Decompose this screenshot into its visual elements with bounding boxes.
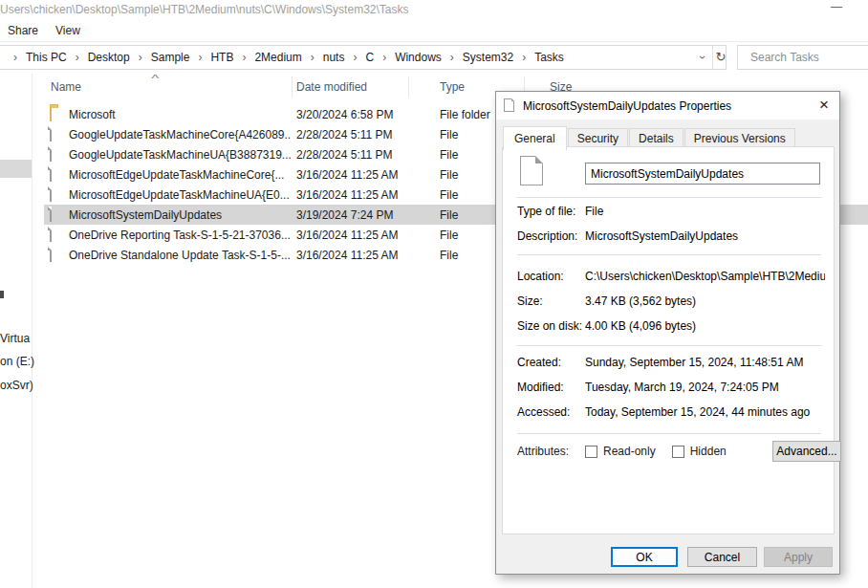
breadcrumb-chevron-icon: ›	[311, 51, 315, 64]
breadcrumb-chevron-icon: ›	[242, 51, 246, 64]
breadcrumb-item[interactable]: Desktop	[88, 51, 130, 64]
column-divider[interactable]	[292, 76, 293, 98]
property-value: Today, September 15, 2024, 44 minutes ag…	[585, 406, 825, 419]
file-icon	[504, 98, 514, 112]
column-header-name[interactable]: Name	[51, 80, 81, 94]
property-row: Location:C:\Users\chicken\Desktop\Sample…	[517, 271, 825, 283]
file-name: GoogleUpdateTaskMachineCore{A426089...	[69, 128, 291, 142]
file-icon	[50, 207, 65, 223]
sort-ascending-icon[interactable]: ^	[151, 74, 159, 84]
dialog-buttons: OK Cancel Apply	[496, 547, 841, 568]
attributes-row: Attributes: Read-only Hidden Advanced...	[517, 446, 825, 458]
file-type: File folder	[440, 108, 490, 121]
file-date-modified: 3/16/2024 11:25 AM	[296, 249, 399, 262]
cancel-button[interactable]: Cancel	[687, 547, 757, 567]
breadcrumb-item[interactable]: nuts	[323, 51, 345, 64]
divider	[517, 345, 821, 346]
address-separator	[712, 46, 713, 69]
sidebar-item-fragment	[0, 291, 4, 298]
breadcrumb-item[interactable]: Sample	[151, 51, 190, 64]
property-value: File	[585, 206, 825, 218]
address-bar[interactable]: ›This PC›Desktop›Sample›HTB›2Medium›nuts…	[0, 45, 727, 70]
hidden-checkbox[interactable]	[672, 446, 684, 458]
folder-icon	[50, 107, 65, 122]
property-row: Created:Sunday, September 15, 2024, 11:4…	[517, 357, 825, 369]
file-icon	[50, 228, 65, 243]
property-label: Type of file:	[517, 206, 585, 218]
file-icon	[50, 127, 65, 142]
breadcrumb-item[interactable]: Tasks	[534, 51, 564, 64]
hidden-label: Hidden	[690, 446, 727, 458]
property-label: Created:	[517, 357, 585, 369]
breadcrumb-item[interactable]: Windows	[395, 51, 442, 64]
property-label: Modified:	[517, 381, 585, 394]
read-only-label: Read-only	[603, 446, 656, 458]
file-icon	[50, 248, 65, 263]
breadcrumb-chevron-icon: ›	[382, 51, 386, 64]
search-input[interactable]	[737, 45, 868, 70]
file-name: MicrosoftEdgeUpdateTaskMachineCore{...	[69, 168, 291, 182]
column-divider[interactable]	[408, 76, 409, 98]
tab-general[interactable]: General	[503, 126, 567, 150]
sidebar-selected-item[interactable]	[0, 160, 32, 178]
sidebar-item-fragment[interactable]: oxSvr)	[0, 379, 33, 392]
file-type: File	[440, 148, 458, 162]
ok-button[interactable]: OK	[611, 547, 678, 567]
file-date-modified: 3/19/2024 7:24 PM	[296, 208, 393, 222]
sidebar-item-fragment[interactable]: on (E:)	[0, 355, 34, 368]
window-titlebar: Users\chicken\Desktop\Sample\HTB\2Medium…	[0, 0, 868, 19]
breadcrumb-item[interactable]: C	[365, 51, 374, 64]
file-type: File	[440, 229, 458, 242]
file-type: File	[440, 208, 458, 222]
breadcrumb-chevron-icon: ›	[13, 51, 17, 64]
property-row: Accessed:Today, September 15, 2024, 44 m…	[517, 406, 825, 419]
dialog-title: MicrosoftSystemDailyUpdates Properties	[523, 99, 731, 113]
breadcrumb-item[interactable]: 2Medium	[254, 51, 301, 64]
breadcrumb-chevron-icon: ›	[522, 51, 526, 64]
file-type: File	[440, 249, 458, 262]
advanced-button[interactable]: Advanced...	[772, 441, 841, 462]
column-header-type[interactable]: Type	[440, 80, 465, 94]
breadcrumb-item[interactable]: This PC	[26, 51, 67, 64]
file-type: File	[440, 188, 458, 202]
divider	[517, 197, 821, 198]
attributes-label: Attributes:	[517, 446, 585, 458]
sidebar-item-fragment[interactable]: Virtua	[0, 332, 30, 345]
file-type: File	[440, 168, 458, 182]
property-label: Description:	[517, 230, 585, 243]
file-icon-large	[520, 156, 543, 185]
breadcrumb-chevron-icon: ›	[139, 51, 142, 64]
breadcrumb-item[interactable]: HTB	[210, 51, 233, 64]
property-row: Type of file:File	[517, 206, 825, 218]
file-icon	[50, 167, 65, 183]
refresh-icon[interactable]: ↻	[714, 50, 727, 64]
property-label: Size:	[517, 295, 585, 308]
property-value: Sunday, September 15, 2024, 11:48:51 AM	[585, 357, 825, 369]
property-label: Location:	[517, 271, 585, 283]
filename-field[interactable]	[585, 163, 820, 185]
property-label: Accessed:	[517, 406, 585, 419]
file-date-modified: 3/16/2024 11:25 AM	[296, 188, 399, 202]
property-row: Description:MicrosoftSystemDailyUpdates	[517, 230, 825, 243]
column-header-date-modified[interactable]: Date modified	[296, 80, 367, 94]
breadcrumb-chevron-icon: ›	[198, 51, 202, 64]
file-name: Microsoft	[69, 108, 291, 121]
close-icon[interactable]: ×	[819, 96, 829, 115]
property-value: 4.00 KB (4,096 bytes)	[585, 320, 825, 333]
menu-item-view[interactable]: View	[55, 24, 80, 37]
read-only-checkbox[interactable]	[585, 446, 597, 458]
minimize-icon[interactable]: —	[822, 0, 851, 17]
file-icon	[50, 187, 65, 203]
menu-item-share[interactable]: Share	[8, 24, 38, 37]
property-value: C:\Users\chicken\Desktop\Sample\HTB\2Med…	[585, 271, 825, 283]
divider	[517, 433, 821, 434]
window-title: Users\chicken\Desktop\Sample\HTB\2Medium…	[0, 3, 408, 16]
breadcrumb-item[interactable]: System32	[463, 51, 513, 64]
file-date-modified: 3/16/2024 11:25 AM	[296, 229, 399, 242]
apply-button[interactable]: Apply	[764, 547, 833, 567]
file-icon	[50, 147, 65, 163]
file-name: OneDrive Reporting Task-S-1-5-21-37036..…	[69, 229, 291, 242]
property-row: Size on disk:4.00 KB (4,096 bytes)	[517, 320, 825, 333]
properties-dialog: MicrosoftSystemDailyUpdates Properties ×…	[495, 91, 840, 575]
address-dropdown-icon[interactable]: ›	[696, 50, 709, 65]
